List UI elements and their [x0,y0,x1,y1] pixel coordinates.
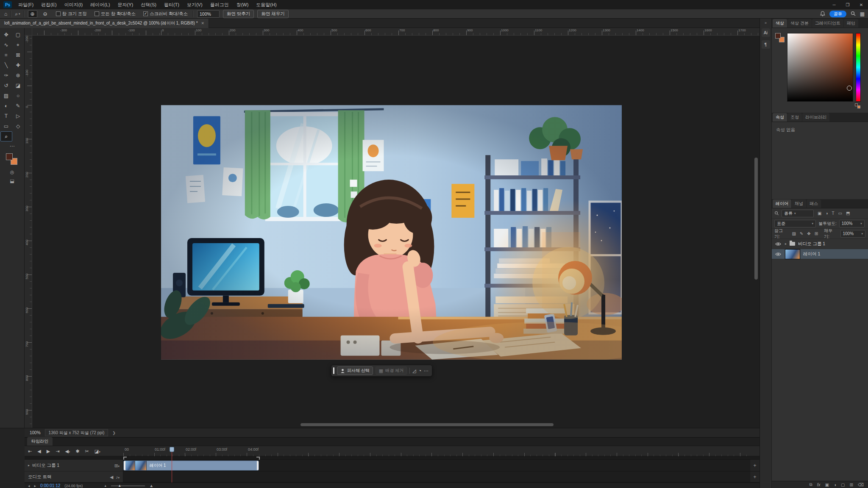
color-panel-tab-1[interactable]: 색상 견본 [787,19,812,28]
delete-layer-icon[interactable]: ⌫ [858,482,864,487]
status-zoom-value[interactable]: 100% [30,430,41,435]
ruler-origin-corner[interactable] [25,28,32,36]
timeline-prev-icon[interactable]: ◂ [28,484,30,488]
menu-item-2[interactable]: 이미지(I) [61,0,86,9]
play-icon[interactable]: ▶ [47,449,50,454]
work-area-end-marker[interactable] [256,457,260,460]
video-track-header[interactable]: ▸ 비디오 그룹 1 ⊞▾ [25,460,123,471]
layer-thumbnail[interactable] [785,249,800,259]
filter-shape-layers-icon[interactable]: ▭ [838,211,842,216]
timeline-tab[interactable]: 타임라인 [27,437,53,446]
vertical-scrollbar[interactable] [754,158,758,280]
zoom-in-mountain-icon[interactable]: ▲ [149,483,153,488]
track-filter-film-icon[interactable]: ⊞▾ [114,463,120,468]
group-expand-chevron[interactable]: ▸ [785,242,787,246]
clip-trim-handle-left[interactable] [124,461,125,470]
swap-colors-icon[interactable] [855,103,861,108]
zoom-slider-thumb[interactable]: ▲ [118,484,121,488]
horizontal-ruler[interactable]: -300-200-1000100200300400500600700800900… [32,28,760,36]
hand-tool[interactable]: ◇ [12,121,24,131]
color-panel-tab-0[interactable]: 색상 [773,19,787,28]
vertical-ruler[interactable]: -200-1000100200300400500600700800900 [25,36,32,428]
panel-foreground-swatch[interactable] [775,33,781,39]
pen-tool[interactable]: ✎ [12,101,24,111]
search-icon[interactable] [851,11,856,17]
quick-mask-icon[interactable]: ◎ [0,169,24,175]
menu-item-5[interactable]: 선택(S) [137,0,160,9]
object-selection-tool[interactable]: ⌖ [12,40,24,50]
playhead-handle[interactable] [170,447,174,452]
status-chevron-icon[interactable]: ❯ [112,431,116,435]
go-to-first-frame-icon[interactable]: ⇤ [28,449,32,454]
marquee-tool[interactable]: ▢ [12,30,24,40]
blur-tool[interactable]: ○ [12,91,24,101]
filter-smart-objects-icon[interactable]: ⬒ [846,211,850,216]
gradient-tool[interactable]: ▨ [0,91,12,101]
split-clip-scissors-icon[interactable]: ✂ [85,449,89,454]
layer-row-layer1-selected[interactable]: 레이어 1 [772,249,868,259]
close-button[interactable]: ✕ [854,0,868,9]
type-tool[interactable]: T [0,111,12,121]
taskbar-drag-handle[interactable] [333,367,334,374]
brush-tool[interactable]: ✑ [0,70,12,80]
audio-mute-icon[interactable]: ◀︎▾ [65,449,70,454]
add-audio-button[interactable]: + [750,471,760,482]
canvas-viewport[interactable]: 피사체 선택 ▦ 배경 제거 ◿ ◔ ⋯ [32,36,760,428]
next-frame-icon[interactable]: ⇥ [56,449,59,454]
previous-frame-icon[interactable]: ◀ [37,449,41,454]
transition-icon[interactable]: ◪▾ [95,449,100,454]
timeline-zoom-slider[interactable]: ▲ [111,485,145,486]
video-track-lane[interactable]: 레이어 1 [123,460,750,471]
checkbox-box[interactable] [56,11,61,16]
video-clip-layer1[interactable]: 레이어 1 [123,460,259,471]
transform-icon[interactable]: ◿ [412,368,416,374]
layers-panel-tab-2[interactable]: 패스 [807,200,821,208]
filter-pixel-layers-icon[interactable]: ▣ [818,211,821,216]
color-picker-cursor[interactable] [847,86,852,91]
lasso-tool[interactable]: ∿ [0,40,12,50]
collapse-panels-icon[interactable]: » [760,19,771,25]
color-panel-tab-2[interactable]: 그레이디언트 [812,19,843,28]
zoom-tool-preset-icon[interactable]: ⌕▾ [15,11,20,17]
foreground-color-swatch[interactable] [6,153,13,160]
checkbox-box[interactable] [95,11,99,16]
option-checkbox-0[interactable]: 창 크기 조정 [56,11,87,17]
checkbox-box[interactable] [143,11,148,16]
menu-item-9[interactable]: 창(W) [233,0,253,9]
eraser-tool[interactable]: ◪ [12,80,24,91]
bell-icon[interactable] [820,11,825,17]
menu-item-4[interactable]: 문자(Y) [114,0,137,9]
lock-image-pixels-icon[interactable]: ✎ [800,231,803,236]
zoom-value-field[interactable]: 100% [197,10,220,18]
shape-tool[interactable]: ▭ [0,121,12,131]
move-tool[interactable]: ✥ [0,30,12,40]
menu-item-3[interactable]: 레이어(L) [86,0,114,9]
menu-item-10[interactable]: 도움말(H) [252,0,280,9]
blend-mode-select[interactable]: 표준▾ [774,220,816,227]
audio-track-lane[interactable] [123,471,750,482]
fit-screen-button[interactable]: 화면 맞추기 [223,10,254,18]
option-checkbox-1[interactable]: 모든 창 확대/축소 [95,11,136,17]
layer-filter-type-select[interactable]: 종류▾ [782,210,814,217]
opacity-field[interactable]: 100%▾ [839,220,865,227]
fill-screen-button[interactable]: 화면 채우기 [257,10,288,18]
work-area-start-marker[interactable] [123,457,127,460]
color-panel-tab-3[interactable]: 패턴 [844,19,858,28]
properties-panel-tab-2[interactable]: 라이브러리 [802,113,829,122]
audio-mute-speaker-icon[interactable]: ◀︎ [110,474,113,480]
tab-close-icon[interactable]: ✕ [201,21,205,25]
properties-panel-tab-1[interactable]: 조정 [787,113,802,122]
adjustment-icon[interactable]: ◔ [418,368,421,373]
visibility-eye-icon[interactable] [774,252,782,256]
visibility-eye-icon[interactable] [774,242,782,246]
playhead[interactable] [170,447,174,482]
menu-item-7[interactable]: 보기(V) [183,0,206,9]
saturation-brightness-field[interactable] [787,33,853,102]
link-layers-icon[interactable]: ⧉ [810,482,812,487]
properties-panel-tab-0[interactable]: 속성 [773,113,787,122]
zoom-in-toggle[interactable]: ⊕ [28,10,37,18]
paragraph-panel-icon[interactable]: ¶ [762,40,770,49]
audio-track-header[interactable]: 오디오 트랙 ◀︎ ♪▾ [25,471,123,482]
lock-transparent-pixels-icon[interactable]: ▨ [792,231,796,236]
document-tab[interactable]: lofi_animation_of_a_girl_be_absent_minde… [0,19,209,28]
